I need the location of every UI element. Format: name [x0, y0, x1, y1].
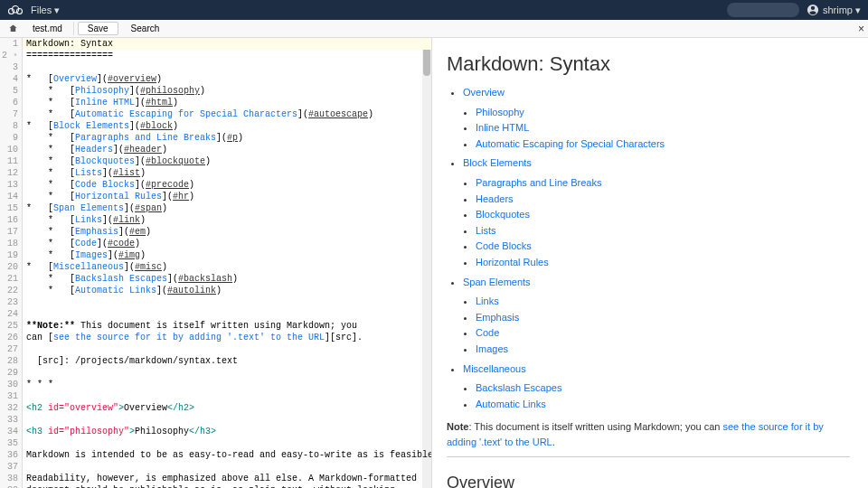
toc-link[interactable]: Headers [476, 193, 514, 204]
note-paragraph: Note: This document is itself written us… [447, 419, 850, 449]
toc-link[interactable]: Code [476, 327, 499, 338]
preview-title: Markdown: Syntax [447, 52, 850, 76]
editor-line[interactable]: 21 * [Backslash Escapes](#backslash) [0, 273, 431, 285]
toc-link[interactable]: Inline HTML [476, 122, 529, 133]
editor-line[interactable]: 25**Note:** This document is itself writ… [0, 320, 431, 332]
top-bar: Files ▾ shrimp ▾ [0, 0, 868, 20]
editor-line[interactable]: 22 * [Automatic Links](#autolink) [0, 285, 431, 296]
editor-line[interactable]: 38Readability, however, is emphasized ab… [0, 473, 431, 484]
divider [447, 456, 850, 457]
editor-line[interactable]: 34<h3 id="philosophy">Philosophy</h3> [0, 426, 431, 437]
close-button[interactable]: × [858, 23, 864, 35]
editor-line[interactable]: 37 [0, 461, 431, 473]
toc-link[interactable]: Span Elements [463, 277, 531, 287]
editor-line[interactable]: 13 * [Code Blocks](#precode) [0, 179, 431, 191]
editor-line[interactable]: 2 •================ [0, 50, 431, 61]
editor-line[interactable]: 7 * [Automatic Escaping for Special Char… [0, 108, 431, 120]
editor-line[interactable]: 18 * [Code](#code) [0, 238, 431, 249]
global-search-input[interactable] [727, 3, 799, 17]
editor-line[interactable]: 3 [0, 61, 431, 73]
file-tab[interactable]: test.md [22, 22, 74, 35]
toc-link[interactable]: Automatic Links [476, 399, 546, 409]
toc-link[interactable]: Emphasis [476, 312, 519, 323]
editor-line[interactable]: 20* [Miscellaneous](#misc) [0, 261, 431, 273]
editor-line[interactable]: 27 [0, 343, 431, 355]
editor-line[interactable]: 16 * [Links](#link) [0, 214, 431, 226]
toc-link[interactable]: Blockquotes [476, 209, 530, 220]
editor-pane[interactable]: 1Markdown: Syntax2 •================34* … [0, 38, 432, 488]
editor-line[interactable]: 15* [Span Elements](#span) [0, 202, 431, 214]
toc-link[interactable]: Links [476, 296, 499, 306]
editor-line[interactable]: 6 * [Inline HTML](#html) [0, 97, 431, 108]
user-avatar-icon [807, 4, 819, 16]
editor-line[interactable]: 35 [0, 437, 431, 449]
toc-link[interactable]: Lists [476, 225, 496, 236]
owncloud-logo-icon[interactable] [7, 2, 24, 18]
editor-line[interactable]: 19 * [Images](#img) [0, 249, 431, 261]
toc-link[interactable]: Code Blocks [476, 240, 532, 251]
search-button[interactable]: Search [122, 23, 169, 34]
editor-line[interactable]: 31 [0, 390, 431, 402]
user-menu[interactable]: shrimp ▾ [807, 4, 861, 16]
editor-line[interactable]: 9 * [Paragraphs and Line Breaks](#p) [0, 132, 431, 144]
editor-line[interactable]: 8* [Block Elements](#block) [0, 120, 431, 132]
editor-line[interactable]: 39document should be publishable as-is, … [0, 484, 431, 488]
editor-line[interactable]: 26can [see the source for it by adding '… [0, 332, 431, 343]
editor-line[interactable]: 12 * [Lists](#list) [0, 167, 431, 179]
editor-line[interactable]: 36Markdown is intended to be as easy-to-… [0, 449, 431, 461]
save-button[interactable]: Save [78, 22, 118, 35]
home-button[interactable] [4, 21, 22, 37]
editor-line[interactable]: 33 [0, 414, 431, 426]
toc-link[interactable]: Automatic Escaping for Special Character… [476, 138, 665, 149]
editor-line[interactable]: 30* * * [0, 379, 431, 390]
toc-link[interactable]: Philosophy [476, 107, 524, 117]
toc-link[interactable]: Block Elements [463, 157, 532, 168]
toolbar: test.md Save Search × [0, 20, 868, 38]
toc-link[interactable]: Miscellaneous [463, 363, 526, 374]
table-of-contents: OverviewPhilosophyInline HTMLAutomatic E… [463, 85, 850, 412]
toc-link[interactable]: Images [476, 343, 508, 354]
editor-line[interactable]: 5 * [Philosophy](#philosophy) [0, 85, 431, 97]
editor-line[interactable]: 29 [0, 367, 431, 379]
editor-line[interactable]: 10 * [Headers](#header) [0, 144, 431, 155]
editor-line[interactable]: 1Markdown: Syntax [0, 38, 431, 50]
editor-line[interactable]: 4* [Overview](#overview) [0, 73, 431, 85]
editor-line[interactable]: 14 * [Horizontal Rules](#hr) [0, 191, 431, 202]
overview-heading: Overview [447, 474, 850, 488]
editor-line[interactable]: 28 [src]: /projects/markdown/syntax.text [0, 355, 431, 367]
preview-pane[interactable]: Markdown: Syntax OverviewPhilosophyInlin… [432, 38, 868, 488]
editor-line[interactable]: 32<h2 id="overview">Overview</h2> [0, 402, 431, 414]
main-split: 1Markdown: Syntax2 •================34* … [0, 38, 868, 488]
user-label: shrimp ▾ [823, 5, 861, 16]
toc-link[interactable]: Overview [463, 87, 505, 98]
toc-link[interactable]: Paragraphs and Line Breaks [476, 177, 601, 188]
editor-line[interactable]: 11 * [Blockquotes](#blockquote) [0, 155, 431, 167]
toc-link[interactable]: Backslash Escapes [476, 382, 561, 393]
editor-line[interactable]: 17 * [Emphasis](#em) [0, 226, 431, 238]
editor-line[interactable]: 24 [0, 308, 431, 320]
files-menu[interactable]: Files ▾ [31, 5, 60, 16]
toc-link[interactable]: Horizontal Rules [476, 257, 549, 267]
editor-line[interactable]: 23 [0, 296, 431, 308]
